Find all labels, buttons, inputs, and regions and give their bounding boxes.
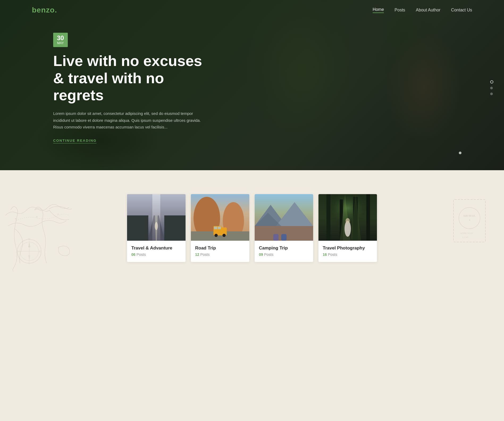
- card-body-1: Road Trip 12 Posts: [191, 241, 249, 262]
- hero-date-month: May: [57, 41, 64, 45]
- logo-text: benzo: [32, 6, 55, 14]
- slider-dots: [490, 80, 493, 95]
- svg-point-29: [215, 234, 218, 237]
- category-card-2[interactable]: Camping Trip 09 Posts: [255, 194, 313, 262]
- card-posts-label-1: Posts: [200, 252, 209, 257]
- hero-description: Lorem ipsum dolor sit amet, consectetur …: [53, 110, 207, 131]
- hero-content: 30 May Live with no excuses & travel wit…: [0, 33, 213, 143]
- nav-links: Home Posts About Author Contact Us: [373, 7, 472, 13]
- svg-rect-20: [127, 215, 148, 241]
- card-count-0: 06: [131, 252, 136, 257]
- svg-rect-42: [326, 194, 330, 241]
- card-body-0: Travel & Advanture 06 Posts: [127, 241, 186, 262]
- card-image-0: [127, 194, 186, 241]
- svg-rect-31: [214, 227, 217, 229]
- card-meta-3: 16 Posts: [323, 252, 373, 257]
- svg-rect-39: [281, 234, 287, 241]
- nav-link-contact[interactable]: Contact Us: [451, 8, 472, 12]
- card-image-1: [191, 194, 249, 241]
- card-meta-1: 12 Posts: [195, 252, 245, 257]
- nav-link-home[interactable]: Home: [373, 7, 384, 13]
- svg-point-30: [222, 234, 226, 237]
- card-meta-0: 06 Posts: [131, 252, 181, 257]
- card-count-1: 12: [195, 252, 199, 257]
- hero-date-day: 30: [57, 35, 64, 41]
- svg-rect-21: [164, 215, 186, 241]
- site-logo[interactable]: benzo.: [32, 6, 57, 14]
- lower-section: ★ ★ ★ AIR MAIL ★ APPROVED 1.2.345 N S W …: [0, 181, 504, 291]
- date-badge: 30 May: [53, 33, 68, 47]
- navbar: benzo. Home Posts About Author Contact U…: [0, 0, 504, 20]
- hero-cta-link[interactable]: CONTINUE READING: [53, 139, 96, 143]
- svg-rect-45: [366, 194, 370, 241]
- card-title-0: Travel & Advanture: [131, 245, 181, 251]
- card-title-3: Travel Photography: [323, 245, 373, 251]
- card-body-2: Camping Trip 09 Posts: [255, 241, 313, 262]
- svg-point-22: [155, 222, 158, 230]
- card-image-2: [255, 194, 313, 241]
- slider-dot-3[interactable]: [490, 93, 493, 95]
- nav-link-about[interactable]: About Author: [416, 8, 440, 12]
- card-image-3: [318, 194, 377, 241]
- card-count-3: 16: [323, 252, 327, 257]
- category-card-3[interactable]: Travel Photography 16 Posts: [318, 194, 377, 262]
- card-count-2: 09: [259, 252, 263, 257]
- hero-section: 30 May Live with no excuses & travel wit…: [0, 0, 504, 176]
- slider-dot-1[interactable]: [490, 80, 493, 84]
- category-cards: Travel & Advanture 06 Posts: [0, 186, 504, 270]
- category-card-0[interactable]: Travel & Advanture 06 Posts: [127, 194, 186, 262]
- category-card-1[interactable]: Road Trip 12 Posts: [191, 194, 249, 262]
- card-title-2: Camping Trip: [259, 245, 309, 251]
- card-title-1: Road Trip: [195, 245, 245, 251]
- logo-dot: .: [55, 6, 57, 14]
- nav-link-posts[interactable]: Posts: [394, 8, 405, 12]
- hero-title: Live with no excuses & travel with no re…: [53, 52, 213, 104]
- hero-decoration-dot: [459, 152, 461, 154]
- card-posts-label-3: Posts: [328, 252, 337, 257]
- card-body-3: Travel Photography 16 Posts: [318, 241, 377, 262]
- card-posts-label-2: Posts: [264, 252, 273, 257]
- slider-dot-2[interactable]: [490, 87, 493, 89]
- svg-rect-38: [273, 234, 279, 241]
- svg-rect-32: [218, 227, 221, 229]
- svg-point-49: [346, 218, 350, 223]
- card-posts-label-0: Posts: [136, 252, 146, 257]
- torn-edge-decoration: [0, 170, 504, 181]
- card-meta-2: 09 Posts: [259, 252, 309, 257]
